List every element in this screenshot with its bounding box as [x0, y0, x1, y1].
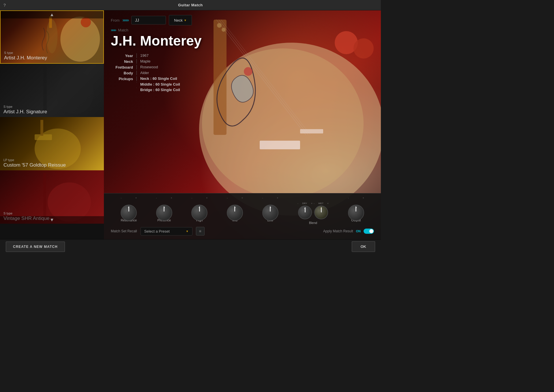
knob-mid[interactable] [227, 205, 243, 221]
knob-presence-labels: - + [156, 197, 172, 199]
guitar-item-monterey[interactable]: ▲ S type Artist J.H. Monterey [0, 10, 104, 64]
knob-output[interactable] [348, 205, 364, 221]
spec-pickups-label: Pickups [111, 76, 137, 81]
ok-button[interactable]: OK [352, 241, 375, 252]
blend-dry-label: DRY [302, 202, 307, 205]
title-bar: ? Guitar Match [0, 0, 381, 10]
knob-high[interactable] [191, 205, 207, 221]
source-value: JJ [135, 18, 139, 22]
knob-mid-container: - + [227, 201, 243, 217]
guitar-monterey-type: S type [4, 51, 47, 54]
knob-blend-wet[interactable] [314, 206, 328, 219]
spec-body: Body Alder [111, 71, 374, 75]
spec-pickups-neck: Neck : 60 Single Coil [137, 76, 177, 81]
blend-dry-plus: + [311, 202, 312, 205]
output-minus: - [348, 197, 349, 199]
info-overlay: From »»» JJ Neck ▼ »»» Match J.H. Monter… [104, 10, 381, 193]
knob-mid-labels: - + [227, 197, 243, 199]
apply-label: Apply Match Result [323, 229, 353, 233]
spec-fretboard: Fretboard Rosewood [111, 65, 374, 69]
low-minus: - [262, 197, 263, 199]
match-label: Match [118, 28, 128, 32]
mid-minus: - [227, 197, 228, 199]
guitar-monterey-name: Artist J.H. Monterey [4, 55, 47, 61]
knob-presence[interactable] [156, 205, 172, 221]
preset-placeholder: Select a Preset [144, 229, 170, 233]
from-section: From »»» JJ Neck ▼ [111, 15, 374, 25]
guitar-vintage-type: S type [3, 212, 49, 215]
knob-presence-dot [164, 207, 165, 208]
preset-dropdown-arrow-icon: ▼ [186, 230, 189, 233]
create-match-button[interactable]: CREATE A NEW MATCH [6, 242, 65, 252]
guitar-signature-label: S type Artist J.H. Signature [0, 103, 50, 117]
svg-point-0 [60, 17, 100, 62]
spec-year-value: 1967 [137, 53, 149, 58]
right-panel: From »»» JJ Neck ▼ »»» Match J.H. Monter… [104, 10, 381, 239]
help-button[interactable]: ? [3, 3, 6, 7]
knob-low[interactable] [262, 205, 278, 221]
knob-mid-dot [234, 207, 235, 208]
knob-resonance-group: - + Resonance [121, 201, 137, 222]
knob-blend-label: Blend [309, 221, 317, 225]
guitar-list: ▲ S type Artist J.H. Monterey [0, 10, 104, 239]
apply-toggle[interactable] [364, 229, 374, 234]
guitar-item-vintage[interactable]: ▼ S type Vintage SHR Antique [0, 170, 104, 224]
pickup-label: Neck [174, 18, 183, 22]
spec-body-label: Body [111, 71, 137, 75]
svg-point-4 [56, 71, 94, 114]
preset-dropdown[interactable]: Select a Preset ▼ [141, 227, 192, 235]
knob-presence-group: - + Presence [156, 201, 172, 222]
on-badge: ON [356, 229, 361, 233]
guitar-goldtop-name: Custom '57 Goldtop Reissue [3, 162, 66, 168]
spec-year: Year 1967 [111, 53, 374, 58]
knob-high-container: - + [191, 201, 207, 217]
spec-pickups: Pickups Neck : 60 Single Coil [111, 76, 374, 81]
match-chevrons: »»» [111, 28, 116, 32]
pickup-selector[interactable]: Neck ▼ [169, 15, 192, 25]
knob-resonance-container: - + [121, 201, 137, 217]
source-dropdown[interactable]: JJ [131, 16, 166, 24]
spec-fretboard-value: Rosewood [137, 65, 158, 69]
pickup-arrow-icon: ▼ [184, 19, 187, 22]
from-label: From [111, 18, 119, 22]
knob-high-dot [199, 207, 200, 208]
scroll-down-arrow[interactable]: ▼ [0, 216, 104, 224]
from-chevrons: »»» [122, 18, 128, 23]
svg-point-3 [81, 17, 91, 27]
knobs-row: - + Resonance - + [104, 193, 381, 227]
guitar-item-signature[interactable]: S type Artist J.H. Signature [0, 64, 104, 117]
app-title: Guitar Match [178, 3, 203, 7]
blend-wet-plus: + [327, 202, 329, 205]
knob-blend-wet-dot [321, 208, 322, 209]
spec-neck-value: Maple [137, 59, 150, 63]
svg-rect-8 [40, 120, 43, 136]
high-minus: - [191, 197, 192, 199]
resonance-minus: - [121, 197, 121, 199]
low-plus: + [277, 197, 278, 199]
knob-output-container: - + [348, 201, 364, 217]
knob-output-group: - + Output [348, 201, 364, 222]
knob-mid-group: - + Mid [227, 201, 243, 222]
spec-pickups-bridge-value: Bridge : 60 Single Coil [137, 88, 180, 92]
guitar-goldtop-type: LP type [3, 158, 66, 162]
blend-wet-label: WET [318, 202, 323, 205]
svg-point-9 [48, 182, 91, 222]
preset-list-button[interactable]: ≡ [196, 227, 205, 235]
knob-output-labels: - + [348, 197, 364, 199]
match-header: »»» Match [111, 28, 374, 32]
guitar-item-goldtop[interactable]: LP type Custom '57 Goldtop Reissue [0, 117, 104, 170]
knob-blend-dry[interactable] [298, 206, 312, 219]
spec-pickups-middle-label [111, 82, 137, 82]
preset-row: Match Set Recall Select a Preset ▼ ≡ App… [104, 227, 381, 238]
knob-resonance-dot [128, 207, 129, 208]
knob-output-dot [355, 207, 357, 208]
scroll-up-arrow[interactable]: ▲ [1, 11, 103, 18]
guitar-scroll: ▲ S type Artist J.H. Monterey [0, 10, 104, 239]
spec-year-label: Year [111, 53, 137, 58]
spec-fretboard-label: Fretboard [111, 65, 137, 69]
knob-resonance[interactable] [121, 205, 137, 221]
knob-low-container: - + [262, 201, 278, 217]
match-section: »»» Match J.H. Monterey Year 1967 Neck M… [111, 28, 374, 92]
spec-pickups-bridge-label [111, 88, 137, 88]
mid-plus: + [242, 197, 243, 199]
